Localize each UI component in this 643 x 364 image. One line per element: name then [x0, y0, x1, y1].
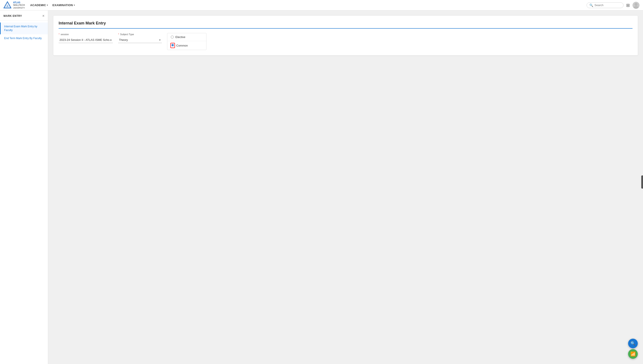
svg-text:A: A [7, 5, 8, 7]
search-input[interactable] [594, 4, 621, 7]
floating-search-icon: 🔍 [630, 341, 635, 346]
logo-area: A ATLASSKILLTECHUNIVERSITY [4, 1, 25, 9]
subject-type-select-wrapper: Theory Practical Project [118, 37, 162, 43]
subject-type-label: * Subject Type [118, 33, 162, 36]
radio-group: Elective Common [167, 33, 206, 50]
user-avatar[interactable] [632, 2, 639, 9]
scroll-tab[interactable] [641, 176, 643, 188]
nav-menu: ACADEMIC ▾ EXAMINATION ▾ [30, 4, 586, 7]
radio-common-input[interactable] [171, 44, 174, 46]
subject-type-form-group: * Subject Type Theory Practical Project [118, 33, 162, 43]
form-row: * session 2023-24 Session II - ATLAS ISM… [59, 33, 632, 50]
subject-type-required-star: * [118, 33, 119, 36]
session-label: * session [59, 33, 113, 36]
main-layout: MARK ENTRY × Internal Exam Mark Entry by… [0, 10, 643, 364]
radio-common-highlight [171, 43, 175, 48]
top-navigation: A ATLASSKILLTECHUNIVERSITY ACADEMIC ▾ EX… [0, 0, 643, 10]
nav-examination[interactable]: EXAMINATION ▾ [53, 4, 75, 7]
card-title: Internal Exam Mark Entry [59, 21, 632, 28]
atlas-logo-icon: A [4, 1, 11, 9]
radio-elective[interactable]: Elective [167, 33, 206, 41]
logo-text: ATLASSKILLTECHUNIVERSITY [13, 1, 25, 9]
session-required-star: * [59, 33, 60, 36]
radio-elective-input[interactable] [171, 36, 174, 38]
svg-point-4 [633, 6, 639, 9]
floating-wifi-button[interactable]: 📶 [628, 349, 638, 359]
main-card: Internal Exam Mark Entry * session 2023-… [53, 16, 638, 55]
sidebar-close-button[interactable]: × [43, 14, 44, 18]
avatar-image [632, 2, 639, 9]
session-select-wrapper: 2023-24 Session II - ATLAS ISME Scho... [59, 37, 113, 43]
content-area: Internal Exam Mark Entry * session 2023-… [48, 10, 643, 364]
sidebar: MARK ENTRY × Internal Exam Mark Entry by… [0, 10, 48, 364]
subject-type-select[interactable]: Theory Practical Project [118, 37, 162, 43]
academic-chevron-icon: ▾ [47, 4, 48, 6]
radio-common[interactable]: Common [167, 41, 206, 50]
floating-search-button[interactable]: 🔍 [628, 339, 638, 348]
search-icon: 🔍 [589, 4, 593, 7]
examination-chevron-icon: ▾ [74, 4, 75, 6]
session-select[interactable]: 2023-24 Session II - ATLAS ISME Scho... [59, 37, 113, 43]
sidebar-title: MARK ENTRY [4, 14, 22, 18]
sidebar-item-end-term[interactable]: End Term Mark Entry By Faculty [0, 34, 48, 42]
search-box[interactable]: 🔍 [586, 2, 623, 8]
nav-academic[interactable]: ACADEMIC ▾ [30, 4, 48, 7]
grid-icon[interactable]: ⊞ [626, 2, 630, 8]
wifi-icon: 📶 [630, 351, 636, 356]
sidebar-item-internal-exam[interactable]: Internal Exam Mark Entry by Faculty [0, 22, 48, 34]
nav-right: 🔍 ⊞ [586, 2, 639, 9]
subject-category-form-group: Elective Common [167, 33, 206, 50]
session-form-group: * session 2023-24 Session II - ATLAS ISM… [59, 33, 113, 43]
sidebar-header: MARK ENTRY × [0, 14, 48, 21]
svg-point-3 [634, 3, 637, 6]
